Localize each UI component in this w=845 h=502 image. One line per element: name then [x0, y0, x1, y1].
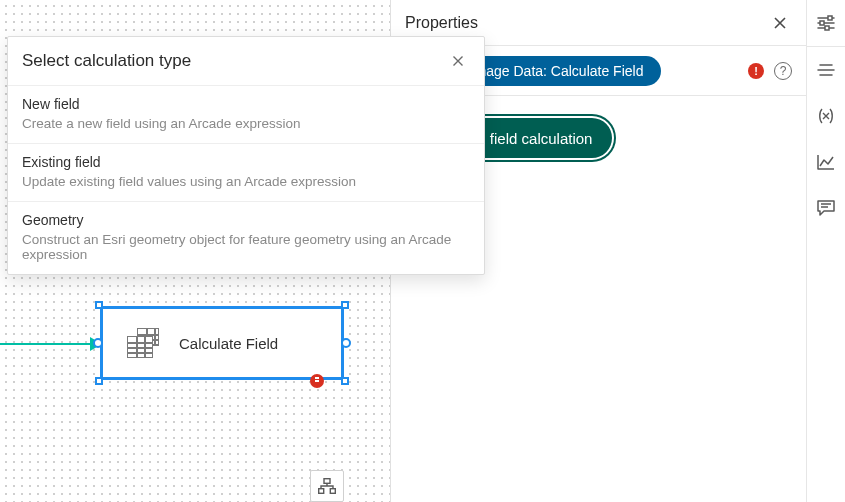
right-rail: [806, 0, 845, 502]
rail-variables[interactable]: [807, 93, 846, 139]
popover-title: Select calculation type: [22, 51, 446, 71]
help-button[interactable]: ?: [774, 62, 792, 80]
chart-line-icon: [817, 154, 835, 170]
resize-handle-bl[interactable]: [95, 377, 103, 385]
edge-line: [0, 343, 95, 345]
close-icon: [452, 55, 464, 67]
close-properties-button[interactable]: [768, 11, 792, 35]
hierarchy-button[interactable]: [310, 470, 344, 502]
option-desc: Construct an Esri geometry object for fe…: [22, 232, 470, 262]
popover-header: Select calculation type: [8, 37, 484, 85]
node-error-badge[interactable]: [310, 374, 324, 388]
popover-close-button[interactable]: [446, 49, 470, 73]
svg-rect-0: [324, 479, 330, 484]
error-indicator[interactable]: [748, 63, 764, 79]
option-desc: Create a new field using an Arcade expre…: [22, 116, 470, 131]
select-calculation-popover: Select calculation type New field Create…: [7, 36, 485, 275]
rail-sliders[interactable]: [807, 0, 846, 46]
node-port-out[interactable]: [341, 338, 351, 348]
table-stack-icon: [127, 328, 161, 358]
svg-rect-3: [828, 16, 832, 20]
resize-handle-tr[interactable]: [341, 301, 349, 309]
option-geometry[interactable]: Geometry Construct an Esri geometry obje…: [8, 202, 484, 274]
svg-rect-1: [319, 489, 324, 494]
node-calculate-field[interactable]: Calculate Field: [100, 306, 344, 380]
rail-chart[interactable]: [807, 139, 846, 185]
option-title: Existing field: [22, 154, 470, 170]
comment-icon: [817, 200, 835, 216]
variables-icon: [817, 108, 835, 124]
close-icon: [773, 16, 787, 30]
rail-comment[interactable]: [807, 185, 846, 231]
resize-handle-br[interactable]: [341, 377, 349, 385]
popover-options: New field Create a new field using an Ar…: [8, 85, 484, 274]
tool-pill-label: Manage Data: Calculate Field: [459, 63, 643, 79]
svg-rect-4: [820, 21, 824, 25]
node-body[interactable]: Calculate Field: [100, 306, 344, 380]
properties-title: Properties: [405, 14, 768, 32]
option-title: Geometry: [22, 212, 470, 228]
rail-settings-lines[interactable]: [807, 47, 846, 93]
option-title: New field: [22, 96, 470, 112]
option-desc: Update existing field values using an Ar…: [22, 174, 470, 189]
app-root: Calculate Field Properties: [0, 0, 845, 502]
resize-handle-tl[interactable]: [95, 301, 103, 309]
option-existing-field[interactable]: Existing field Update existing field val…: [8, 144, 484, 202]
sliders-icon: [817, 15, 835, 31]
svg-rect-5: [825, 26, 829, 30]
node-label: Calculate Field: [179, 335, 278, 352]
node-port-in[interactable]: [93, 338, 103, 348]
option-new-field[interactable]: New field Create a new field using an Ar…: [8, 86, 484, 144]
settings-lines-icon: [817, 63, 835, 77]
hierarchy-icon: [318, 478, 336, 494]
svg-rect-2: [330, 489, 335, 494]
